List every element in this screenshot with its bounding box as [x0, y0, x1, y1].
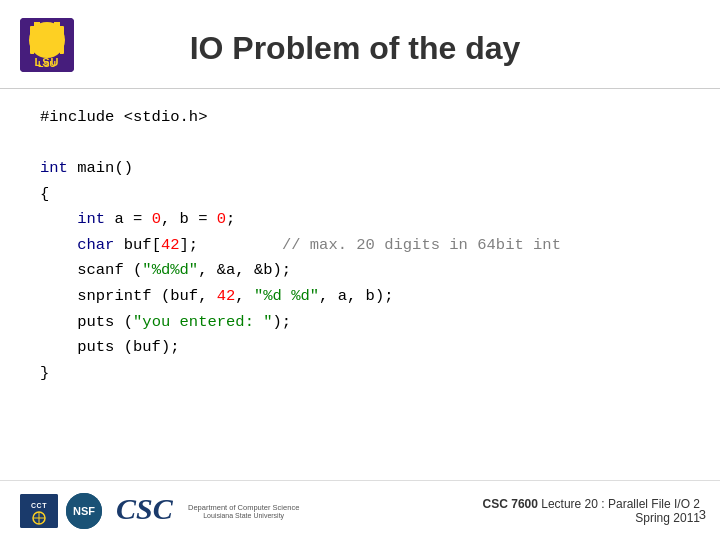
code-content: #include <stdio.h> int main() { int a = …: [0, 95, 720, 386]
svg-text:NSF: NSF: [73, 505, 95, 517]
footer-semester: Spring 2011: [483, 511, 700, 525]
num-0a: 0: [152, 210, 161, 228]
lsu-logo: LSU: [20, 18, 74, 72]
svg-rect-2: [34, 22, 40, 30]
scanf-args: , &a, &b);: [198, 261, 291, 279]
code-line-puts2: puts (buf);: [40, 335, 680, 361]
footer: CCT NSF CSC Department of Computer Scien…: [0, 480, 720, 540]
num-0b: 0: [217, 210, 226, 228]
snprintf-comma: ,: [235, 287, 254, 305]
course-code: CSC 7600: [483, 497, 538, 511]
cct-logo-svg: CCT: [20, 494, 58, 528]
csc-logo-svg: CSC: [114, 489, 174, 525]
int-ab-text: a =: [105, 210, 152, 228]
code-block: #include <stdio.h> int main() { int a = …: [40, 105, 680, 386]
code-line-snprintf: snprintf (buf, 42, "%d %d", a, b);: [40, 284, 680, 310]
cct-logo: CCT: [20, 494, 58, 528]
code-line-blank1: [40, 131, 680, 157]
puts1-close: );: [273, 313, 292, 331]
buf-text: buf[: [114, 236, 161, 254]
puts2-text: puts (buf);: [40, 338, 180, 356]
num-42: 42: [161, 236, 180, 254]
include-text: #include <stdio.h>: [40, 108, 207, 126]
code-line-puts1: puts ("you entered: ");: [40, 310, 680, 336]
svg-rect-1: [30, 26, 64, 54]
code-line-main: int main(): [40, 156, 680, 182]
footer-course-info: CSC 7600 Lecture 20 : Parallel File I/O …: [483, 497, 700, 525]
dept-line2: Louisiana State University: [188, 512, 299, 519]
main-rest: main(): [68, 159, 133, 177]
comment-buf: // max. 20 digits in 64bit int: [282, 236, 561, 254]
svg-rect-5: [54, 38, 60, 54]
code-line-scanf: scanf ("%d%d", &a, &b);: [40, 258, 680, 284]
svg-rect-4: [34, 38, 40, 54]
svg-text:CCT: CCT: [31, 502, 47, 509]
course-text: Lecture 20 : Parallel File I/O 2: [538, 497, 700, 511]
kw-int-main: int: [40, 159, 68, 177]
svg-rect-3: [54, 22, 60, 30]
slide-number: 3: [699, 507, 706, 522]
scanf-text: scanf (: [77, 261, 142, 279]
lsu-logo-area: LSU: [20, 18, 90, 78]
svg-text:CSC: CSC: [116, 492, 174, 525]
num-42-snprintf: 42: [217, 287, 236, 305]
kw-int-ab: int: [77, 210, 105, 228]
svg-rect-0: [20, 18, 74, 72]
header-divider: [0, 88, 720, 89]
csc-logo: CSC: [114, 489, 174, 532]
code-line-brace-close: }: [40, 361, 680, 387]
brace-open: {: [40, 185, 49, 203]
footer-logos: CCT NSF CSC Department of Computer Scien…: [20, 489, 483, 532]
snprintf-text: snprintf (buf,: [77, 287, 217, 305]
svg-rect-6: [42, 42, 52, 54]
page-title: IO Problem of the day: [90, 30, 690, 67]
code-line-int-ab: int a = 0, b = 0;: [40, 207, 680, 233]
dept-info: Department of Computer Science Louisiana…: [188, 503, 299, 519]
str-format: "%d%d": [142, 261, 198, 279]
nsf-logo-svg: NSF: [66, 493, 102, 529]
svg-text:LSU: LSU: [38, 59, 56, 69]
dept-line1: Department of Computer Science: [188, 503, 299, 512]
code-line-brace-open: {: [40, 182, 680, 208]
puts1-text: puts (: [77, 313, 133, 331]
lsu-logo-svg: LSU: [20, 18, 74, 72]
buf-close: ];: [180, 236, 282, 254]
semi-ab: ;: [226, 210, 235, 228]
code-line-include: #include <stdio.h>: [40, 105, 680, 131]
comma-b: , b =: [161, 210, 217, 228]
footer-course-label: CSC 7600 Lecture 20 : Parallel File I/O …: [483, 497, 700, 511]
str-you-entered: "you entered: ": [133, 313, 273, 331]
nsf-logo: NSF: [66, 493, 102, 529]
str-format2: "%d %d": [254, 287, 319, 305]
brace-close: }: [40, 364, 49, 382]
kw-char: char: [77, 236, 114, 254]
header: LSU IO Problem of the day: [0, 0, 720, 88]
snprintf-args: , a, b);: [319, 287, 393, 305]
code-line-char-buf: char buf[42]; // max. 20 digits in 64bit…: [40, 233, 680, 259]
